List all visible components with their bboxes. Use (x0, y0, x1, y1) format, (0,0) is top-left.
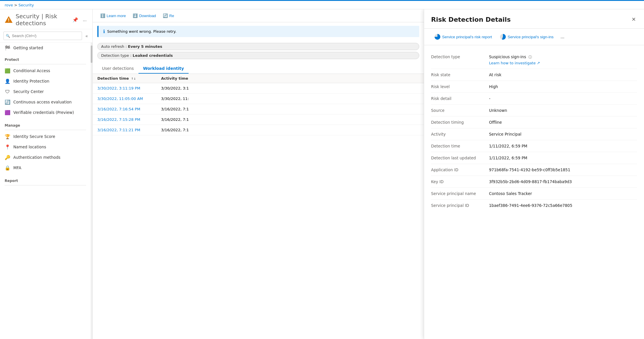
value-detection-type: Suspicious sign-ins ⓘ (489, 54, 532, 59)
detection-link-4[interactable]: 3/16/2022, 7:15:28 PM (97, 117, 161, 122)
learn-how-link[interactable]: Learn how to investigate ↗ (489, 61, 637, 65)
detail-panel-nav: Service principal's risk report Service … (424, 29, 644, 45)
auto-refresh-chip[interactable]: Auto refresh : Every 5 minutes (97, 43, 419, 50)
named-locations-icon: 📍 (5, 144, 10, 150)
sidebar-item-security-center[interactable]: 🛡 Security Center (0, 86, 91, 97)
sidebar-item-named-locations[interactable]: 📍 Named locations (0, 142, 91, 152)
search-input[interactable] (3, 32, 82, 40)
table-header: Detection time ↑↓ Activity time (93, 74, 424, 83)
breadcrumb-parent[interactable]: rove (5, 3, 13, 7)
col-extra (219, 76, 419, 81)
svg-point-0 (8, 21, 9, 22)
refresh-button[interactable]: 🔄 Re (160, 12, 177, 20)
detection-type-chip[interactable]: Detection type : Leaked credentials (97, 52, 419, 59)
detail-row-activity: Activity Service Principal (431, 128, 637, 140)
label-risk-level: Risk level (431, 84, 489, 89)
download-button[interactable]: ⬇️ Download (130, 12, 159, 20)
detection-link-5[interactable]: 3/16/2022, 7:11:21 PM (97, 128, 161, 132)
value-risk-detail: - (489, 96, 637, 101)
collapse-sidebar-button[interactable]: « (84, 32, 89, 39)
sidebar: Security | Risk detections 📌 ... 🔍 « 🏁 (0, 9, 93, 339)
authentication-methods-icon: 🔑 (5, 154, 10, 160)
value-detection-time: 1/11/2022, 6:59 PM (489, 144, 637, 148)
label-service-principal-name: Service principal name (431, 191, 489, 196)
service-principal-risk-report-button[interactable]: Service principal's risk report (431, 32, 495, 41)
sidebar-item-conditional-access[interactable]: 🟩 Conditional Access (0, 65, 91, 76)
search-container: 🔍 « (0, 29, 92, 43)
sort-icon: ↑↓ (131, 77, 136, 80)
detail-nav-more-button[interactable]: ... (559, 33, 565, 41)
detail-row-risk-state: Risk state At risk (431, 69, 637, 81)
sidebar-item-getting-started[interactable]: 🏁 Getting started (0, 43, 91, 53)
value-detection-timing: Offline (489, 120, 637, 125)
detection-type-info-icon[interactable]: ⓘ (528, 55, 532, 59)
label-risk-state: Risk state (431, 72, 489, 77)
activity-time-1: 3/30/2022, 3:1 (161, 86, 219, 90)
sidebar-item-authentication-methods[interactable]: 🔑 Authentication methods (0, 152, 91, 163)
close-panel-button[interactable]: ✕ (630, 15, 637, 24)
value-service-principal-id: 1baef386-7491-4ee6-9376-72c5a66e7805 (489, 203, 637, 208)
breadcrumb-current[interactable]: Security (19, 3, 34, 7)
table-row[interactable]: 3/30/2022, 11:05:00 AM 3/30/2022, 11: (93, 94, 424, 104)
sidebar-item-continuous-access[interactable]: 🔄 Continuous access evaluation (0, 97, 91, 107)
header-actions: 📌 ... (71, 16, 88, 24)
label-detection-last-updated: Detection last updated (431, 156, 489, 160)
detail-panel-title: Risk Detection Details (431, 16, 511, 23)
info-icon: ℹ️ (100, 13, 105, 18)
service-principal-sign-ins-button[interactable]: Service principal's sign-ins (497, 32, 557, 41)
pin-button[interactable]: 📌 (71, 16, 79, 24)
continuous-access-icon: 🔄 (5, 99, 10, 105)
detail-row-detection-last-updated: Detection last updated 1/11/2022, 6:59 P… (431, 152, 637, 164)
detail-row-risk-level: Risk level High (431, 81, 637, 93)
detail-row-service-principal-name: Service principal name Contoso Sales Tra… (431, 188, 637, 200)
tab-workload-identity[interactable]: Workload identity (138, 64, 189, 74)
value-detection-last-updated: 1/11/2022, 6:59 PM (489, 156, 637, 160)
section-report-label: Report (0, 175, 91, 184)
sidebar-item-identity-secure-score[interactable]: 🏆 Identity Secure Score (0, 131, 91, 142)
value-risk-state: At risk (489, 72, 637, 77)
label-application-id: Application ID (431, 167, 489, 172)
divider (5, 64, 86, 64)
table-row[interactable]: 3/16/2022, 7:11:21 PM 3/16/2022, 7:1 (93, 125, 424, 135)
verifiable-credentials-icon: 🟪 (5, 110, 10, 115)
detection-link-2[interactable]: 3/30/2022, 11:05:00 AM (97, 96, 161, 101)
tab-user-detections[interactable]: User detections (97, 64, 138, 74)
content-body: ℹ️ Something went wrong. Please retry. A… (93, 22, 424, 339)
detail-row-detection-timing: Detection timing Offline (431, 116, 637, 128)
divider-report (5, 185, 86, 185)
table-row[interactable]: 3/30/2022, 3:11:19 PM 3/30/2022, 3:1 (93, 83, 424, 94)
table-row[interactable]: 3/16/2022, 7:16:54 PM 3/16/2022, 7:1 (93, 104, 424, 114)
getting-started-icon: 🏁 (5, 45, 10, 51)
col-detection-time[interactable]: Detection time ↑↓ (97, 76, 161, 81)
detail-row-service-principal-id: Service principal ID 1baef386-7491-4ee6-… (431, 200, 637, 211)
activity-time-5: 3/16/2022, 7:1 (161, 128, 219, 132)
detail-row-detection-time: Detection time 1/11/2022, 6:59 PM (431, 140, 637, 152)
detection-link-3[interactable]: 3/16/2022, 7:16:54 PM (97, 107, 161, 111)
label-activity: Activity (431, 132, 489, 136)
sidebar-header: Security | Risk detections 📌 ... (0, 9, 92, 29)
activity-time-4: 3/16/2022, 7:1 (161, 117, 219, 122)
label-source: Source (431, 108, 489, 113)
sidebar-item-identity-protection[interactable]: 👤 Identity Protection (0, 76, 91, 86)
value-source: Unknown (489, 108, 637, 113)
label-detection-timing: Detection timing (431, 120, 489, 125)
risk-report-icon (435, 34, 440, 40)
sidebar-item-mfa[interactable]: 🔒 MFA (0, 163, 91, 173)
detail-panel-header: Risk Detection Details ✕ (424, 9, 644, 29)
value-key-id: 3f932b5b-2bd6-4d09-8817-fb174baba9d3 (489, 179, 637, 184)
more-options-button[interactable]: ... (82, 16, 88, 23)
download-icon: ⬇️ (133, 13, 138, 18)
detail-panel: Risk Detection Details ✕ Service princip… (424, 9, 644, 339)
learn-more-button[interactable]: ℹ️ Learn more (97, 12, 129, 20)
sidebar-scrollbar[interactable] (91, 43, 92, 339)
detail-row-source: Source Unknown (431, 105, 637, 116)
sidebar-item-verifiable-credentials[interactable]: 🟪 Verifiable credentials (Preview) (0, 107, 91, 118)
section-manage-label: Manage (0, 120, 91, 129)
table-row[interactable]: 3/16/2022, 7:15:28 PM 3/16/2022, 7:1 (93, 114, 424, 125)
search-icon: 🔍 (6, 34, 10, 38)
detection-link-1[interactable]: 3/30/2022, 3:11:19 PM (97, 86, 161, 90)
col-activity-time[interactable]: Activity time (161, 76, 219, 81)
label-risk-detail: Risk detail (431, 96, 489, 101)
security-center-icon: 🛡 (5, 89, 10, 94)
detail-panel-body: Detection type Suspicious sign-ins ⓘ Lea… (424, 45, 644, 217)
